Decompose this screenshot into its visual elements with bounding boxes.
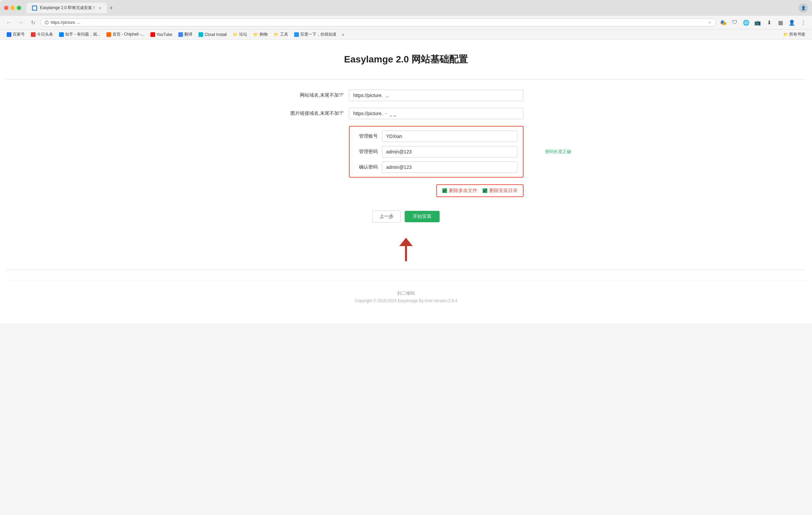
- bookmark-label: 今日头条: [37, 32, 53, 37]
- minimize-window-button[interactable]: [10, 6, 15, 10]
- confirm-password-label: 确认密码: [355, 164, 382, 170]
- bookmark-icon: [150, 32, 155, 37]
- arrow-annotation: [288, 236, 524, 263]
- bookmark-shopping[interactable]: 📁 购物: [251, 31, 270, 38]
- bookmark-label: 翻译: [184, 32, 193, 37]
- bookmark-icon: [199, 32, 203, 37]
- start-install-button[interactable]: 开始安装: [405, 211, 440, 222]
- download-button[interactable]: ⬇: [764, 18, 774, 27]
- more-bookmarks-button[interactable]: »: [340, 32, 346, 38]
- confirm-password-row: 确认密码: [355, 161, 518, 173]
- red-arrow-icon: [396, 236, 416, 263]
- divider: [7, 79, 805, 80]
- bookmark-youtube[interactable]: YouTube: [148, 32, 175, 38]
- refresh-button[interactable]: ↻: [28, 18, 38, 27]
- bookmark-chiphell[interactable]: 首页 - Chiphell -...: [104, 31, 147, 38]
- svg-rect-0: [33, 6, 36, 10]
- bookmark-zhihu[interactable]: 知乎 - 有问题，就...: [56, 31, 103, 38]
- bookmark-label: Cloud Install: [204, 32, 227, 37]
- footer-qr-text: 扫二维码: [7, 291, 805, 297]
- bookmarks-bar: 百家号 今日头条 知乎 - 有问题，就... 首页 - Chiphell -..…: [0, 30, 812, 40]
- bookmark-label: 知乎 - 有问题，就...: [65, 32, 100, 37]
- admin-password-input[interactable]: [382, 146, 518, 157]
- folder-icon: 📁: [274, 32, 279, 37]
- tab-title: Easylamge 2.0 即将完成安装！: [40, 5, 96, 11]
- nav-icons: 🎭 🛡 🌐 📺 ⬇ ▦ 👤 ⋮: [719, 18, 808, 27]
- bookmark-label: 百家号: [13, 32, 25, 37]
- back-button[interactable]: ←: [4, 18, 13, 27]
- nav-bar: ← → ↻ https://picture. ... ★ 🎭 🛡 🌐 📺 ⬇ ▦…: [0, 16, 812, 30]
- svg-marker-6: [399, 238, 413, 246]
- tab-close-button[interactable]: ×: [99, 5, 102, 11]
- bookmark-label: 论坛: [239, 32, 247, 37]
- page-content: Easylamge 2.0 网站基础配置 网站域名,末尾不加"/" 图片链接域名…: [0, 40, 812, 323]
- active-tab[interactable]: Easylamge 2.0 即将完成安装！ ×: [27, 3, 107, 13]
- folder-icon: 📁: [253, 32, 258, 37]
- bookmark-label: 百度一下，你就知道: [300, 32, 337, 37]
- admin-account-input[interactable]: [382, 130, 518, 142]
- bookmark-baijia[interactable]: 百家号: [4, 31, 28, 38]
- domain-label: 网站域名,末尾不加"/": [288, 92, 349, 98]
- bookmark-forum[interactable]: 📁 论坛: [230, 31, 250, 38]
- bookmark-label: 工具: [280, 32, 288, 37]
- bookmark-icon: [294, 32, 299, 37]
- bookmark-translate[interactable]: 翻译: [176, 31, 195, 38]
- address-bar[interactable]: https://picture. ... ★: [40, 19, 716, 27]
- image-domain-label: 图片链接域名,末尾不加"/": [288, 110, 349, 117]
- extensions-button[interactable]: 🎭: [719, 18, 728, 27]
- new-tab-button[interactable]: +: [107, 5, 116, 12]
- bookmark-toutiao[interactable]: 今日头条: [28, 31, 56, 38]
- folder-icon: 📁: [783, 32, 788, 37]
- menu-button[interactable]: ⋮: [799, 18, 808, 27]
- domain-input[interactable]: [349, 90, 524, 101]
- screen-reader-button[interactable]: 📺: [753, 18, 762, 27]
- footer: 扫二维码 Copyright © 2018-2024 EasyImage By …: [7, 280, 805, 310]
- bookmark-label: YouTube: [156, 32, 172, 37]
- all-bookmarks-folder[interactable]: 📁 所有书签: [780, 31, 808, 38]
- browser-window: Easylamge 2.0 即将完成安装！ × + 👤 ← → ↻ https:…: [0, 0, 812, 323]
- delete-extra-files-label: 删除多余文件: [449, 188, 477, 194]
- domain-row: 网站域名,末尾不加"/": [288, 90, 524, 101]
- bookmark-label: 首页 - Chiphell -...: [113, 32, 144, 37]
- address-text: https://picture. ...: [51, 20, 706, 25]
- sidebar-button[interactable]: ▦: [776, 18, 785, 27]
- title-bar: Easylamge 2.0 即将完成安装！ × + 👤: [0, 0, 812, 16]
- tab-favicon: [32, 5, 37, 11]
- tab-bar: Easylamge 2.0 即将完成安装！ × +: [27, 3, 796, 13]
- footer-divider: [7, 270, 805, 270]
- form-container: 网站域名,末尾不加"/" 图片链接域名,末尾不加"/" 管理账号: [288, 90, 524, 263]
- bookmark-tools[interactable]: 📁 工具: [271, 31, 291, 38]
- folder-icon: 📁: [233, 32, 238, 37]
- svg-point-3: [46, 23, 47, 24]
- delete-install-dir-label: 删除安装目录: [489, 188, 518, 194]
- bookmark-star-icon[interactable]: ★: [708, 20, 712, 25]
- shield-button[interactable]: 🛡: [730, 18, 740, 27]
- confirm-password-input[interactable]: [382, 161, 518, 173]
- footer-copyright: Copyright © 2018-2024 EasyImage By Icret…: [7, 299, 805, 303]
- bookmark-icon: [31, 32, 36, 37]
- profile-button[interactable]: 👤: [787, 18, 796, 27]
- page-title: Easylamge 2.0 网站基础配置: [7, 53, 805, 66]
- profile-avatar[interactable]: 👤: [799, 3, 808, 13]
- delete-install-dir-checkbox[interactable]: [483, 188, 487, 193]
- button-row: 上一步 开始安装: [288, 211, 524, 222]
- admin-password-label: 管理密码: [355, 149, 382, 155]
- admin-account-row: 管理账号: [355, 130, 518, 142]
- fullscreen-window-button[interactable]: [17, 6, 21, 10]
- delete-extra-files-checkbox[interactable]: [442, 188, 447, 193]
- bookmark-cloudinstall[interactable]: Cloud Install: [196, 32, 229, 38]
- all-bookmarks-label: 所有书签: [789, 32, 805, 37]
- admin-password-row: 管理密码 密码长度正确: [355, 146, 518, 157]
- bookmark-icon: [178, 32, 183, 37]
- image-domain-row: 图片链接域名,末尾不加"/": [288, 108, 524, 119]
- credentials-section: 管理账号 管理密码 密码长度正确 确认密码: [349, 126, 524, 178]
- traffic-lights: [4, 6, 21, 10]
- close-window-button[interactable]: [4, 6, 8, 10]
- translate-button[interactable]: 🌐: [742, 18, 751, 27]
- bookmark-icon: [59, 32, 64, 37]
- image-domain-input[interactable]: [349, 108, 524, 119]
- bookmark-baidu[interactable]: 百度一下，你就知道: [291, 31, 339, 38]
- forward-button[interactable]: →: [16, 18, 26, 27]
- delete-extra-files-checkbox-item: 删除多余文件: [442, 188, 477, 194]
- prev-button[interactable]: 上一步: [372, 211, 401, 222]
